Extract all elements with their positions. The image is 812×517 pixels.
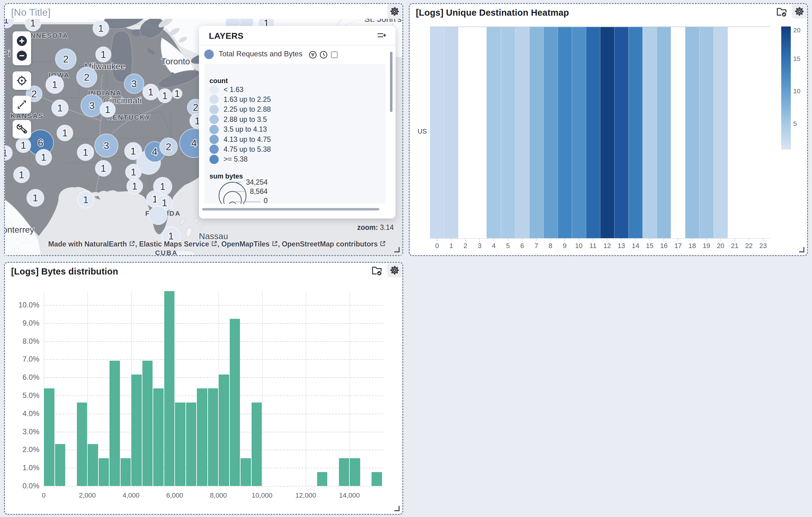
heatmap-cell[interactable] xyxy=(529,27,544,238)
map-marker[interactable]: 1 xyxy=(77,144,94,161)
heatmap-cell[interactable] xyxy=(628,27,643,238)
zoom-in-button[interactable] xyxy=(16,35,27,47)
histogram-bar[interactable] xyxy=(121,458,131,486)
map-marker-count: 3 xyxy=(89,100,95,111)
histogram-bar[interactable] xyxy=(175,403,185,486)
map-marker[interactable]: 1 xyxy=(100,102,115,117)
map-marker[interactable]: 1 xyxy=(93,20,109,36)
histogram-bar[interactable] xyxy=(339,458,349,486)
histogram-bar[interactable] xyxy=(230,319,240,486)
map-marker[interactable]: 1 xyxy=(158,89,172,103)
map-marker[interactable]: 1 xyxy=(96,47,111,62)
heatmap-x-tick xyxy=(607,238,607,241)
heatmap-cell[interactable] xyxy=(487,27,501,238)
histogram-bar[interactable] xyxy=(55,444,65,486)
heatmap-cell[interactable] xyxy=(614,27,629,238)
map-marker[interactable]: 1 xyxy=(13,167,30,183)
map-canvas[interactable]: MINNESOTAIOWAINDIANAKANSASKENTUCKYFLORID… xyxy=(5,19,402,255)
panel-resize-handle[interactable] xyxy=(394,247,400,252)
map-locate-button[interactable] xyxy=(12,72,31,90)
histogram-bar[interactable] xyxy=(110,361,120,486)
layers-vertical-scrollbar[interactable] xyxy=(390,52,393,112)
heatmap-plot[interactable] xyxy=(430,26,770,239)
heatmap-cell[interactable] xyxy=(728,27,742,238)
zoom-out-button[interactable] xyxy=(16,50,27,61)
histogram-library-button[interactable] xyxy=(371,265,383,276)
histogram-panel-gear-button[interactable] xyxy=(387,263,402,277)
map-attribution-link[interactable]: Made with NaturalEarth xyxy=(48,240,127,248)
map-tools-button[interactable] xyxy=(12,120,31,138)
layer-row[interactable]: Total Requests and Bytes xyxy=(199,46,396,63)
map-marker[interactable]: 1 xyxy=(172,88,182,99)
map-marker[interactable]: 1 xyxy=(127,178,143,194)
panel-resize-handle[interactable] xyxy=(394,506,400,511)
heatmap-library-button[interactable] xyxy=(776,6,788,17)
histogram-bar[interactable] xyxy=(252,403,262,486)
panel-resize-handle[interactable] xyxy=(799,247,804,252)
heatmap-cell[interactable] xyxy=(558,27,572,238)
histogram-bar[interactable] xyxy=(219,375,229,486)
map-marker[interactable]: 2 xyxy=(160,138,177,156)
heatmap-cell[interactable] xyxy=(685,27,700,238)
map-marker[interactable]: 3 xyxy=(124,74,144,93)
heatmap-color-legend[interactable] xyxy=(781,26,791,149)
map-marker[interactable]: 3 xyxy=(81,94,103,117)
heatmap-cell[interactable] xyxy=(501,27,515,238)
heatmap-cell[interactable] xyxy=(572,27,586,238)
map-panel-gear-button[interactable] xyxy=(387,4,402,19)
checkbox-icon[interactable] xyxy=(330,51,339,59)
heatmap-cell[interactable] xyxy=(699,27,714,238)
count-legend-swatch xyxy=(209,155,219,164)
heatmap-cell[interactable] xyxy=(515,27,530,238)
map-attribution-link[interactable]: Elastic Maps Service xyxy=(139,240,209,248)
heatmap-cell[interactable] xyxy=(544,27,558,238)
map-marker[interactable]: 3 xyxy=(95,134,118,157)
layers-horizontal-scrollbar[interactable] xyxy=(202,208,379,211)
map-marker[interactable]: 2 xyxy=(77,67,97,87)
map-marker[interactable]: 1 xyxy=(57,125,73,141)
map-marker[interactable]: 1 xyxy=(46,76,64,93)
histogram-bar[interactable] xyxy=(372,472,382,486)
histogram-bar[interactable] xyxy=(99,458,109,486)
heatmap-cell[interactable] xyxy=(444,27,459,238)
folder-check-icon xyxy=(776,7,787,17)
map-marker[interactable]: 2 xyxy=(55,49,76,70)
heatmap-cell[interactable] xyxy=(642,27,657,238)
histogram-bar[interactable] xyxy=(197,388,207,486)
histogram-bar[interactable] xyxy=(142,361,153,486)
histogram-bar[interactable] xyxy=(350,458,360,486)
histogram-bar[interactable] xyxy=(186,403,197,486)
map-marker[interactable]: 1 xyxy=(143,84,159,100)
map-marker[interactable]: 1 xyxy=(78,191,94,208)
histogram-bar[interactable] xyxy=(153,388,164,486)
layers-collapse-button[interactable] xyxy=(376,31,386,41)
histogram-bar[interactable] xyxy=(77,403,87,486)
map-attribution-link[interactable]: OpenMapTiles xyxy=(222,240,270,248)
histogram-bar[interactable] xyxy=(131,375,142,486)
map-marker[interactable]: 1 xyxy=(27,189,44,207)
histogram-bar[interactable] xyxy=(317,472,327,486)
histogram-bar[interactable] xyxy=(208,388,219,486)
histogram-bar[interactable] xyxy=(240,458,251,486)
histogram-bar[interactable] xyxy=(164,291,175,486)
map-marker[interactable]: 1 xyxy=(16,138,31,153)
heatmap-cell[interactable] xyxy=(742,27,756,238)
heatmap-cell[interactable] xyxy=(600,27,614,238)
map-marker[interactable]: 1 xyxy=(36,149,52,165)
heatmap-cell[interactable] xyxy=(657,27,671,238)
histogram-bar[interactable] xyxy=(88,444,98,486)
heatmap-panel-gear-button[interactable] xyxy=(792,4,807,19)
map-attribution-link[interactable]: OpenStreetMap contributors xyxy=(282,240,378,248)
map-marker[interactable]: 1 xyxy=(52,100,68,116)
heatmap-cell[interactable] xyxy=(458,27,473,238)
histogram-bar[interactable] xyxy=(44,388,54,486)
map-marker[interactable]: 1 xyxy=(95,160,111,176)
heatmap-cell[interactable] xyxy=(756,27,771,238)
heatmap-cell[interactable] xyxy=(472,27,487,238)
heatmap-cell[interactable] xyxy=(586,27,600,238)
heatmap-cell[interactable] xyxy=(430,27,444,238)
heatmap-cell[interactable] xyxy=(671,27,685,238)
heatmap-cell[interactable] xyxy=(714,27,728,238)
map-fit-data-button[interactable] xyxy=(12,96,31,113)
map-marker[interactable] xyxy=(149,206,167,225)
